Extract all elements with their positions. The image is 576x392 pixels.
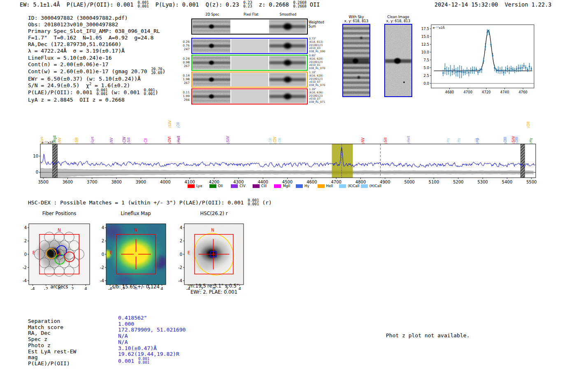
info-line: Cont(w) = 2.60(±0.01)e-17 (gmag 20.70 20…	[28, 68, 165, 76]
spectral-line-label: OIII	[515, 127, 519, 142]
legend-label: HeII	[326, 184, 333, 188]
legend-label: (K)CaII	[348, 184, 359, 188]
elixer-report-page: EW: 5.1±1.4Å P(LAE)/P(OII): 0.001 0.0010…	[0, 0, 576, 392]
line-label-bracket-icon: {	[177, 141, 181, 145]
cutout-fiber-info: 1.18"(616, 628)20180123v010_07038_RL_070	[309, 71, 325, 87]
timestamp-version: 2024-12-14 15:32:00 Version 1.22.3	[434, 1, 552, 8]
line-label-bracket-icon: {	[53, 141, 57, 145]
pixelflat-image	[231, 73, 268, 86]
match-value: N/A	[118, 333, 186, 339]
cutout-weights: 0.240.98267	[181, 57, 190, 68]
svg-text:e⁻¹⁷x2Å: e⁻¹⁷x2Å	[433, 26, 445, 30]
cutout-weights: 0.260.76247	[181, 40, 190, 51]
svg-text:0: 0	[180, 252, 182, 257]
match-table-labels: SeparationMatch scoreRA, DecSpec zPhoto …	[28, 318, 76, 367]
info-line: LyA z = 2.8845 OII z = 0.2668	[28, 97, 165, 103]
spectral-line-label: Hβ	[476, 127, 480, 142]
spectral-line-label: SiII	[127, 127, 131, 142]
spectral-line-label: NV	[110, 127, 114, 142]
svg-text:4: 4	[180, 225, 182, 230]
legend-swatch	[339, 184, 346, 188]
withsky-panel	[342, 24, 370, 97]
legend-label: CIII	[261, 184, 267, 188]
legend-swatch	[231, 184, 238, 188]
svg-text:3600: 3600	[63, 180, 73, 184]
svg-text:E: E	[110, 251, 112, 255]
2dspec-image	[193, 20, 230, 33]
line-label-bracket-icon: {	[40, 141, 44, 145]
legend-swatch	[209, 184, 216, 188]
hsc-xlabel2: EWr: 2. PLAE: 0.001	[177, 289, 251, 295]
svg-text:4: 4	[24, 225, 27, 230]
pixelflat-image	[231, 90, 268, 103]
line-label-bracket-icon: {	[123, 141, 126, 145]
match-value: 172.879909, 51.021690	[118, 327, 186, 333]
fiber-plot-xlabel: arcsecs	[28, 284, 90, 290]
spectral-line-label: OII	[278, 127, 282, 142]
spectral-line-label: NV	[58, 127, 62, 142]
svg-text:4000: 4000	[160, 180, 170, 184]
legend-swatch	[318, 184, 325, 188]
2dspec-image	[193, 90, 230, 103]
svg-text:5300: 5300	[478, 180, 488, 184]
spectral-line-label: Hγ	[446, 127, 451, 142]
info-line: LineFlux = 5.10(±0.24)e-16	[28, 55, 165, 61]
svg-text:-4: -4	[178, 278, 182, 283]
spectral-line-label: CIV	[123, 127, 127, 142]
2dspec-image	[193, 56, 230, 70]
fiber-cutout-row	[191, 88, 308, 104]
svg-text:E: E	[33, 251, 35, 255]
info-line: λ = 4722.24Å σ = 3.19(±0.17)Å	[28, 48, 165, 54]
legend-swatch	[253, 184, 260, 188]
line-label-bracket-icon: {	[227, 141, 230, 145]
svg-text:12.5: 12.5	[421, 42, 429, 46]
spectral-line-label: OII	[269, 127, 273, 142]
line-label-bracket-icon: {	[447, 141, 450, 145]
line-label-bracket-icon: {	[144, 141, 148, 145]
version-label: Version 1.22.3	[505, 1, 552, 8]
legend-label: MgII	[283, 184, 290, 188]
legend-swatch	[274, 184, 281, 188]
svg-text:7.5: 7.5	[423, 58, 429, 62]
match-label: RA, Dec	[28, 330, 76, 336]
svg-text:N: N	[135, 228, 137, 232]
legend-swatch	[296, 184, 303, 188]
match-table-values: 0.418562"1.000172.879909, 51.021690N/AN/…	[118, 315, 186, 365]
spectral-line-label: SiII	[75, 127, 79, 142]
smoothed-image	[269, 56, 306, 70]
info-line: Primary Spec_Slot_IFU_AMP: 038_096_014_R…	[28, 28, 165, 35]
line-label-bracket-icon: {	[279, 141, 282, 145]
match-label: Separation	[28, 318, 76, 325]
line-label-bracket-icon: {	[168, 141, 172, 145]
fiber-cutout-row	[191, 38, 308, 54]
svg-text:10.0: 10.0	[421, 50, 429, 54]
match-label: Match score	[28, 325, 76, 331]
spectral-line-label: OIII	[504, 127, 508, 142]
clean-title: Clean Image	[378, 15, 419, 19]
legend-label: OII	[218, 184, 223, 188]
2dspec-image	[193, 73, 230, 86]
spectral-line-label: SiIV	[168, 111, 172, 127]
pixelflat-image	[231, 56, 268, 70]
svg-text:E: E	[188, 251, 190, 255]
legend-label: CIV	[239, 184, 245, 188]
info-line: F=1.7" T=0.162 N=1.05 A=0.92 g=24.8	[28, 35, 165, 41]
cutout-fiber-info: 1.39"(616, 636)20180123v010_07038_RL_071	[309, 88, 325, 104]
svg-text:4100: 4100	[184, 180, 195, 184]
weighted-sum-row	[191, 19, 308, 35]
fiber-cutout-row	[191, 55, 308, 71]
spectral-line-label: SiIV	[226, 127, 230, 142]
svg-text:5100: 5100	[429, 180, 439, 184]
svg-text:3500: 3500	[38, 180, 48, 184]
svg-text:4760: 4760	[518, 90, 527, 94]
withsky-image	[343, 25, 369, 96]
line-label-bracket-icon: {	[384, 141, 388, 145]
withsky-title: With Sky	[336, 15, 377, 19]
detection-info-block: ID: 3000497882 (3000497882.pdf)Obs: 2018…	[28, 15, 165, 103]
line-label-bracket-icon: {	[458, 141, 461, 145]
match-label: Photo z	[28, 343, 76, 349]
line-label-bracket-icon: {	[169, 126, 172, 129]
svg-text:15.0: 15.0	[421, 35, 429, 39]
svg-text:-2: -2	[178, 265, 182, 270]
svg-text:N: N	[211, 228, 214, 232]
